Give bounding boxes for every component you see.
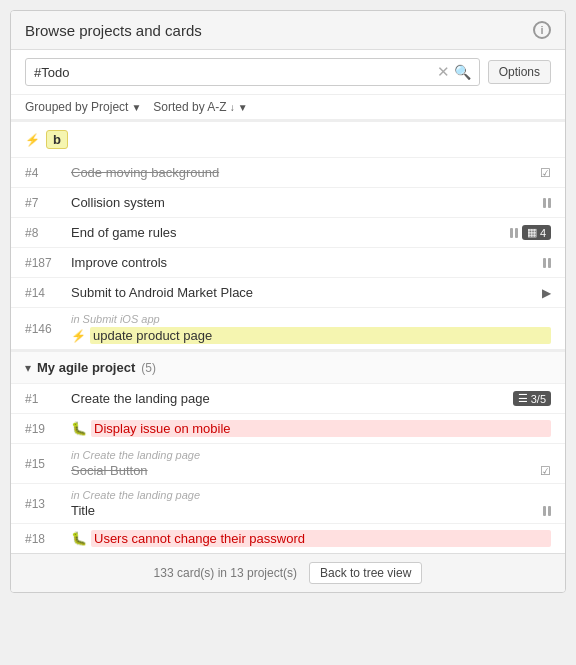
card-number: #8 <box>25 226 61 240</box>
group-by-filter[interactable]: Grouped by Project ▼ <box>25 100 141 114</box>
card-number: #7 <box>25 196 61 210</box>
pause-badge <box>543 506 551 516</box>
search-input[interactable] <box>34 65 437 80</box>
card-badges: ☰ 3/5 <box>513 391 551 406</box>
project-b-name: b <box>46 130 68 149</box>
card-badges <box>543 258 551 268</box>
card-row[interactable]: #13 in Create the landing page Title <box>11 483 565 523</box>
options-button[interactable]: Options <box>488 60 551 84</box>
card-row[interactable]: #187 Improve controls <box>11 247 565 277</box>
sub-label: in Create the landing page <box>71 449 551 461</box>
search-clear-icon[interactable]: ✕ <box>437 63 450 81</box>
project-agile-header[interactable]: ▾ My agile project (5) <box>11 351 565 383</box>
sub-label: in Submit iOS app <box>71 313 551 325</box>
card-title: Submit to Android Market Place <box>71 285 532 300</box>
search-input-wrap: ✕ 🔍 <box>25 58 480 86</box>
card-title: Collision system <box>71 195 533 210</box>
todo-badge: ▦ 4 <box>522 225 551 240</box>
card-number: #187 <box>25 256 61 270</box>
card-title: End of game rules <box>71 225 500 240</box>
footer: 133 card(s) in 13 project(s) Back to tre… <box>11 553 565 592</box>
sort-by-arrow-icon: ↓ <box>230 102 235 113</box>
project-section-b: ⚡ b #4 Code moving background ☑ #7 Colli… <box>11 120 565 349</box>
project-agile-count: (5) <box>141 361 156 375</box>
card-title: Improve controls <box>71 255 533 270</box>
card-row[interactable]: #8 End of game rules ▦ 4 <box>11 217 565 247</box>
filter-bar: Grouped by Project ▼ Sorted by A-Z ↓ ▼ <box>11 95 565 120</box>
card-number: #19 <box>25 422 61 436</box>
info-icon[interactable]: i <box>533 21 551 39</box>
back-to-tree-button[interactable]: Back to tree view <box>309 562 422 584</box>
content-area: ⚡ b #4 Code moving background ☑ #7 Colli… <box>11 120 565 553</box>
card-title: Code moving background <box>71 165 530 180</box>
card-row[interactable]: #7 Collision system <box>11 187 565 217</box>
card-number: #4 <box>25 166 61 180</box>
card-title: Social Button <box>71 463 534 478</box>
card-row[interactable]: #18 🐛 Users cannot change their password <box>11 523 565 553</box>
progress-icon: ☰ <box>518 392 528 405</box>
browse-panel: Browse projects and cards i ✕ 🔍 Options … <box>10 10 566 593</box>
panel-header: Browse projects and cards i <box>11 11 565 50</box>
card-badges: ▦ 4 <box>510 225 551 240</box>
search-icon[interactable]: 🔍 <box>454 64 471 80</box>
search-bar: ✕ 🔍 Options <box>11 50 565 95</box>
sub-label: in Create the landing page <box>71 489 551 501</box>
project-section-agile: ▾ My agile project (5) #1 Create the lan… <box>11 349 565 553</box>
pause-badge <box>543 198 551 208</box>
pause-badge <box>510 228 518 238</box>
play-icon: ▶ <box>542 286 551 300</box>
lightning-icon: ⚡ <box>71 329 86 343</box>
card-row[interactable]: #4 Code moving background ☑ <box>11 157 565 187</box>
card-row[interactable]: #15 in Create the landing page Social Bu… <box>11 443 565 483</box>
card-title: update product page <box>90 327 551 344</box>
card-number: #14 <box>25 286 61 300</box>
bug-icon: 🐛 <box>71 531 87 546</box>
todo-icon: ▦ <box>527 226 537 239</box>
group-by-arrow-icon: ▼ <box>131 102 141 113</box>
card-number: #18 <box>25 532 61 546</box>
collapse-arrow-icon: ▾ <box>25 361 31 375</box>
pause-badge <box>543 258 551 268</box>
progress-badge: ☰ 3/5 <box>513 391 551 406</box>
sort-by-filter[interactable]: Sorted by A-Z ↓ ▼ <box>153 100 247 114</box>
project-agile-name: My agile project <box>37 360 135 375</box>
card-title: Create the landing page <box>71 391 503 406</box>
card-number: #146 <box>25 322 61 336</box>
card-title: Title <box>71 503 537 518</box>
card-row[interactable]: #19 🐛 Display issue on mobile <box>11 413 565 443</box>
card-row[interactable]: #146 in Submit iOS app ⚡ update product … <box>11 307 565 349</box>
project-b-header: ⚡ b <box>11 122 565 157</box>
panel-title: Browse projects and cards <box>25 22 202 39</box>
check-icon[interactable]: ☑ <box>540 464 551 478</box>
card-badges <box>543 198 551 208</box>
footer-count: 133 card(s) in 13 project(s) <box>154 566 297 580</box>
card-row[interactable]: #1 Create the landing page ☰ 3/5 <box>11 383 565 413</box>
card-title: Display issue on mobile <box>91 420 551 437</box>
check-icon[interactable]: ☑ <box>540 166 551 180</box>
card-number: #15 <box>25 457 61 471</box>
bug-icon: 🐛 <box>71 421 87 436</box>
card-row[interactable]: #14 Submit to Android Market Place ▶ <box>11 277 565 307</box>
card-title: Users cannot change their password <box>91 530 551 547</box>
card-number: #1 <box>25 392 61 406</box>
card-badges: ▶ <box>542 286 551 300</box>
sort-by-chevron-icon: ▼ <box>238 102 248 113</box>
card-number: #13 <box>25 497 61 511</box>
card-badges: ☑ <box>540 166 551 180</box>
lightning-icon-b: ⚡ <box>25 133 40 147</box>
